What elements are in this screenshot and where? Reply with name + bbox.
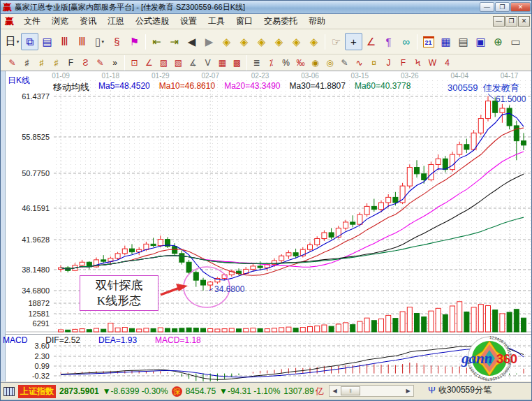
- minimize-button[interactable]: —: [480, 2, 494, 12]
- more-tools-button[interactable]: »: [108, 56, 122, 69]
- sz-index-value: 8454.75: [186, 386, 216, 396]
- stock-code: 300559: [448, 82, 478, 93]
- pattern-annotation-box[interactable]: 双针探底 K线形态: [80, 275, 158, 311]
- annotation-line2: K线形态: [97, 293, 141, 308]
- date-axis-label: 03-15: [351, 72, 369, 80]
- macd-axis-label: 2.30: [3, 352, 50, 360]
- maximize-button[interactable]: ❐: [495, 2, 510, 12]
- menu-item-1[interactable]: 文件: [18, 14, 46, 29]
- ma10-value: Ma10=46.8610: [159, 81, 215, 94]
- box-tool-button[interactable]: ⊡: [127, 56, 142, 69]
- menu-item-6[interactable]: 设置: [175, 14, 202, 29]
- spiral-tool-button[interactable]: Ƨ: [78, 56, 93, 69]
- macd-axis-label: 0.99: [3, 362, 50, 370]
- gann-diamond-6-button[interactable]: ◈: [305, 33, 323, 50]
- permille-button[interactable]: ‰: [293, 56, 308, 69]
- menu-item-5[interactable]: 公式选股: [130, 14, 175, 29]
- date-axis-label: 04-17: [501, 72, 519, 80]
- candle-style-button[interactable]: ▯▾: [91, 33, 108, 50]
- price-axis-label: 61.4377: [3, 92, 50, 101]
- quote-grid-icon[interactable]: [3, 387, 15, 396]
- win-line-button[interactable]: W: [425, 56, 440, 69]
- angle-tool-button[interactable]: ∠: [362, 33, 380, 50]
- bars-large-button[interactable]: Ⅲ: [73, 33, 91, 50]
- flag-tool-button[interactable]: ⚑: [126, 33, 143, 50]
- date-axis-label: 02-07: [201, 72, 219, 80]
- calculator-button[interactable]: ▦: [437, 33, 455, 50]
- toolbar-separator: [145, 34, 146, 50]
- toolbar-separator: [417, 34, 418, 50]
- notes-button[interactable]: ▤: [455, 33, 472, 50]
- sz-index-badge[interactable]: 深: [172, 386, 182, 397]
- gann-fan-button[interactable]: ∠: [142, 56, 156, 69]
- gann-diamond-2-button[interactable]: ◈: [235, 33, 253, 50]
- web-button[interactable]: ⊕: [489, 33, 507, 50]
- orders-button[interactable]: ▭: [507, 33, 524, 50]
- level-tool-button[interactable]: §: [108, 33, 126, 50]
- gold-grid-2-button[interactable]: ♯: [49, 56, 64, 69]
- gold-line-button[interactable]: ¤: [367, 56, 381, 69]
- menu-item-3[interactable]: 资讯: [74, 14, 102, 29]
- gold-circle-1-button[interactable]: ◉: [308, 56, 323, 69]
- scroll-left-arrow[interactable]: ◀: [330, 386, 340, 396]
- gann-diamond-5-button[interactable]: ◈: [288, 33, 305, 50]
- menu-item-7[interactable]: 工具: [202, 14, 230, 29]
- date-axis-label: 03-26: [401, 72, 419, 80]
- low-price-callout: 34.6800: [214, 284, 244, 294]
- j-angle-button[interactable]: J: [381, 56, 396, 69]
- menu-item-2[interactable]: 浏览: [46, 14, 74, 29]
- close-button[interactable]: ✕: [510, 2, 531, 12]
- last-bar-button[interactable]: ⇥: [165, 33, 183, 50]
- wave-button[interactable]: ∿: [352, 56, 367, 69]
- horizontal-scrollbar[interactable]: ◀ ⦀ ▶: [329, 385, 414, 397]
- menu-item-10[interactable]: 帮助: [303, 14, 331, 29]
- menu-item-8[interactable]: 窗口: [230, 14, 258, 29]
- next-bar-button[interactable]: ▶: [200, 33, 218, 50]
- draw-pencil-button[interactable]: ✎: [5, 56, 20, 69]
- menu-item-4[interactable]: 江恩: [102, 14, 130, 29]
- mdi-close-button[interactable]: ✕: [518, 16, 530, 27]
- f-tool-button[interactable]: F: [64, 56, 78, 69]
- scroll-right-arrow[interactable]: ▶: [403, 386, 413, 396]
- gann-diamond-3-button[interactable]: ◈: [253, 33, 270, 50]
- save-button[interactable]: ▣: [472, 33, 489, 50]
- info-panel-button[interactable]: ▤: [38, 33, 56, 50]
- receive-status-text[interactable]: 收300559分笔: [438, 384, 492, 396]
- shen-line-button[interactable]: Ϟ: [411, 56, 425, 69]
- pattern-1-button[interactable]: ▨: [156, 56, 171, 69]
- mdi-restore-button[interactable]: ❐: [505, 16, 517, 27]
- mdi-minimize-button[interactable]: —: [493, 16, 505, 27]
- calendar-21-button[interactable]: 21: [420, 33, 437, 50]
- measure-pencil-button[interactable]: ✎: [93, 56, 108, 69]
- f-angle-button[interactable]: F: [396, 56, 411, 69]
- angle-line-button[interactable]: ∡: [186, 56, 200, 69]
- gann-diamond-1-button[interactable]: ◈: [218, 33, 235, 50]
- grid-pattern-2-button[interactable]: ▩: [230, 56, 244, 69]
- gold-circle-2-button[interactable]: ◎: [323, 56, 337, 69]
- percent-button[interactable]: %: [279, 56, 293, 69]
- bars-small-button[interactable]: Ⅲ: [56, 33, 73, 50]
- menu-item-9[interactable]: 交易委托: [258, 14, 303, 29]
- brush-button[interactable]: ✎: [337, 56, 352, 69]
- grid-tool-button[interactable]: ♯: [20, 56, 34, 69]
- hand-tool-button[interactable]: ☞: [327, 33, 345, 50]
- macd-value: MACD=1.18: [155, 335, 201, 345]
- chan-tool-button[interactable]: ∞: [397, 33, 415, 50]
- pattern-2-button[interactable]: ▧: [171, 56, 186, 69]
- sh-index-badge[interactable]: 上证指数: [18, 385, 56, 398]
- crosshair-tool-button[interactable]: +: [345, 33, 362, 50]
- volume-axis-label: 18872: [3, 299, 50, 307]
- grid-pattern-1-button[interactable]: ▦: [215, 56, 230, 69]
- first-bar-button[interactable]: ⇤: [148, 33, 165, 50]
- gann-diamond-4-button[interactable]: ◈: [270, 33, 288, 50]
- v-pattern-button[interactable]: Ⅴ: [200, 56, 215, 69]
- node-tool-button[interactable]: ¶: [380, 33, 397, 50]
- gold-grid-1-button[interactable]: ♯: [34, 56, 49, 69]
- scroll-thumb[interactable]: ⦀: [341, 386, 360, 395]
- period-daily-button[interactable]: 日▾: [3, 33, 21, 50]
- four-line-button[interactable]: 4: [440, 56, 455, 69]
- percent-line-button[interactable]: ⁒: [264, 56, 279, 69]
- prev-bar-button[interactable]: ◀: [183, 33, 200, 50]
- chart-window-button[interactable]: ⧉: [21, 33, 38, 50]
- ruler-button[interactable]: ≣: [249, 56, 264, 69]
